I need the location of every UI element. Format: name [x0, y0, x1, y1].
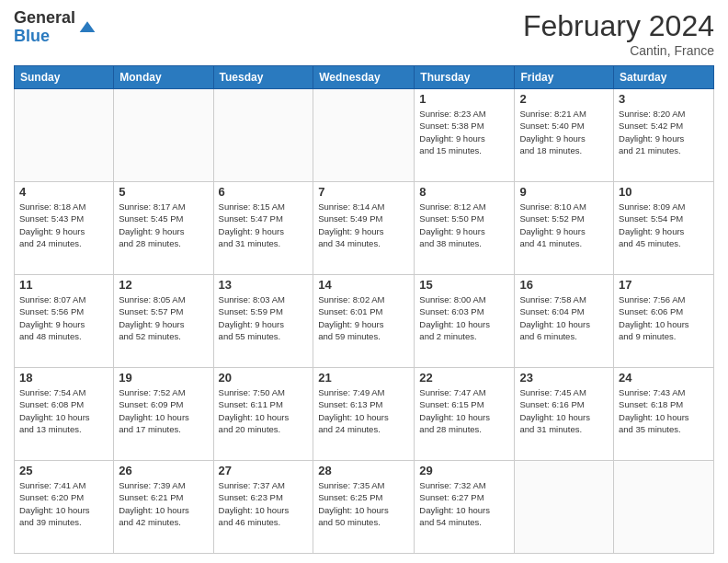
day-info: Sunrise: 7:54 AMSunset: 6:08 PMDaylight:… [19, 386, 108, 435]
day-info: Sunrise: 7:45 AMSunset: 6:16 PMDaylight:… [519, 386, 609, 435]
calendar-cell: 8Sunrise: 8:12 AMSunset: 5:50 PMDaylight… [415, 182, 515, 275]
svg-marker-0 [80, 21, 96, 32]
day-info: Sunrise: 8:09 AMSunset: 5:54 PMDaylight:… [619, 201, 709, 249]
day-number: 15 [419, 278, 509, 292]
day-number: 3 [619, 92, 709, 106]
subtitle: Cantin, France [523, 43, 714, 58]
day-info: Sunrise: 7:50 AMSunset: 6:11 PMDaylight:… [219, 386, 309, 435]
day-number: 28 [318, 464, 409, 477]
calendar-row-2: 11Sunrise: 8:07 AMSunset: 5:56 PMDayligh… [15, 275, 714, 368]
day-number: 27 [219, 464, 309, 477]
calendar-row-4: 25Sunrise: 7:41 AMSunset: 6:20 PMDayligh… [15, 461, 714, 554]
calendar-cell: 10Sunrise: 8:09 AMSunset: 5:54 PMDayligh… [614, 182, 714, 275]
calendar-cell: 11Sunrise: 8:07 AMSunset: 5:56 PMDayligh… [15, 275, 114, 368]
calendar-cell: 7Sunrise: 8:14 AMSunset: 5:49 PMDaylight… [313, 182, 415, 275]
day-number: 20 [219, 371, 309, 385]
calendar-cell: 5Sunrise: 8:17 AMSunset: 5:45 PMDaylight… [114, 182, 213, 275]
day-number: 4 [19, 185, 108, 199]
day-number: 24 [619, 371, 709, 385]
calendar-cell [15, 89, 114, 182]
calendar-cell: 2Sunrise: 8:21 AMSunset: 5:40 PMDaylight… [515, 89, 614, 182]
day-number: 14 [318, 278, 409, 292]
calendar-cell: 24Sunrise: 7:43 AMSunset: 6:18 PMDayligh… [614, 368, 714, 461]
day-info: Sunrise: 8:20 AMSunset: 5:42 PMDaylight:… [619, 108, 709, 156]
day-number: 18 [19, 371, 108, 385]
day-number: 7 [318, 185, 409, 199]
calendar-cell: 23Sunrise: 7:45 AMSunset: 6:16 PMDayligh… [515, 368, 614, 461]
day-info: Sunrise: 7:32 AMSunset: 6:27 PMDaylight:… [419, 479, 509, 528]
day-info: Sunrise: 7:39 AMSunset: 6:21 PMDaylight:… [119, 479, 208, 528]
calendar-cell: 1Sunrise: 8:23 AMSunset: 5:38 PMDaylight… [415, 89, 515, 182]
calendar-cell [515, 461, 614, 554]
day-number: 21 [318, 371, 409, 385]
day-info: Sunrise: 7:35 AMSunset: 6:25 PMDaylight:… [318, 479, 409, 528]
calendar-cell: 3Sunrise: 8:20 AMSunset: 5:42 PMDaylight… [614, 89, 714, 182]
calendar-cell: 17Sunrise: 7:56 AMSunset: 6:06 PMDayligh… [614, 275, 714, 368]
calendar-table: Sunday Monday Tuesday Wednesday Thursday… [14, 65, 714, 554]
calendar-row-0: 1Sunrise: 8:23 AMSunset: 5:38 PMDaylight… [15, 89, 714, 182]
day-number: 19 [119, 371, 208, 385]
day-info: Sunrise: 7:49 AMSunset: 6:13 PMDaylight:… [318, 386, 409, 435]
day-info: Sunrise: 8:12 AMSunset: 5:50 PMDaylight:… [419, 201, 509, 249]
day-number: 22 [419, 371, 509, 385]
calendar-cell: 29Sunrise: 7:32 AMSunset: 6:27 PMDayligh… [415, 461, 515, 554]
day-number: 2 [519, 92, 609, 106]
day-number: 10 [619, 185, 709, 199]
col-friday: Friday [515, 66, 614, 89]
calendar-row-3: 18Sunrise: 7:54 AMSunset: 6:08 PMDayligh… [15, 368, 714, 461]
calendar-cell: 19Sunrise: 7:52 AMSunset: 6:09 PMDayligh… [114, 368, 213, 461]
day-info: Sunrise: 8:18 AMSunset: 5:43 PMDaylight:… [19, 201, 108, 249]
day-info: Sunrise: 8:17 AMSunset: 5:45 PMDaylight:… [119, 201, 208, 249]
header-row: Sunday Monday Tuesday Wednesday Thursday… [15, 66, 714, 89]
main-title: February 2024 [523, 9, 714, 43]
day-number: 25 [19, 464, 108, 477]
day-info: Sunrise: 7:58 AMSunset: 6:04 PMDaylight:… [519, 293, 609, 342]
day-number: 23 [519, 371, 609, 385]
day-info: Sunrise: 7:37 AMSunset: 6:23 PMDaylight:… [219, 479, 309, 528]
day-info: Sunrise: 7:52 AMSunset: 6:09 PMDaylight:… [119, 386, 208, 435]
logo: General Blue [14, 9, 97, 46]
calendar-cell: 18Sunrise: 7:54 AMSunset: 6:08 PMDayligh… [15, 368, 114, 461]
day-number: 5 [119, 185, 208, 199]
logo-line1: General [14, 9, 75, 28]
day-info: Sunrise: 8:05 AMSunset: 5:57 PMDaylight:… [119, 293, 208, 342]
day-info: Sunrise: 7:47 AMSunset: 6:15 PMDaylight:… [419, 386, 509, 435]
day-info: Sunrise: 8:07 AMSunset: 5:56 PMDaylight:… [19, 293, 108, 342]
logo-text: General Blue [14, 9, 75, 46]
logo-line2: Blue [14, 28, 75, 46]
calendar-cell: 22Sunrise: 7:47 AMSunset: 6:15 PMDayligh… [415, 368, 515, 461]
day-number: 16 [519, 278, 609, 292]
col-wednesday: Wednesday [313, 66, 415, 89]
col-thursday: Thursday [415, 66, 515, 89]
day-number: 9 [519, 185, 609, 199]
header: General Blue February 2024 Cantin, Franc… [14, 9, 714, 58]
col-monday: Monday [114, 66, 213, 89]
col-saturday: Saturday [614, 66, 714, 89]
calendar-cell [213, 89, 313, 182]
day-number: 8 [419, 185, 509, 199]
day-number: 29 [419, 464, 509, 477]
day-number: 12 [119, 278, 208, 292]
day-info: Sunrise: 8:15 AMSunset: 5:47 PMDaylight:… [219, 201, 309, 249]
day-number: 1 [419, 92, 509, 106]
day-info: Sunrise: 8:03 AMSunset: 5:59 PMDaylight:… [219, 293, 309, 342]
title-section: February 2024 Cantin, France [523, 9, 714, 58]
day-info: Sunrise: 7:41 AMSunset: 6:20 PMDaylight:… [19, 479, 108, 528]
calendar-cell [114, 89, 213, 182]
calendar-cell: 28Sunrise: 7:35 AMSunset: 6:25 PMDayligh… [313, 461, 415, 554]
calendar-row-1: 4Sunrise: 8:18 AMSunset: 5:43 PMDaylight… [15, 182, 714, 275]
day-info: Sunrise: 8:23 AMSunset: 5:38 PMDaylight:… [419, 108, 509, 156]
calendar-cell: 27Sunrise: 7:37 AMSunset: 6:23 PMDayligh… [213, 461, 313, 554]
calendar-cell: 12Sunrise: 8:05 AMSunset: 5:57 PMDayligh… [114, 275, 213, 368]
calendar-cell: 16Sunrise: 7:58 AMSunset: 6:04 PMDayligh… [515, 275, 614, 368]
calendar-cell: 15Sunrise: 8:00 AMSunset: 6:03 PMDayligh… [415, 275, 515, 368]
day-number: 17 [619, 278, 709, 292]
calendar-cell: 25Sunrise: 7:41 AMSunset: 6:20 PMDayligh… [15, 461, 114, 554]
calendar-cell: 26Sunrise: 7:39 AMSunset: 6:21 PMDayligh… [114, 461, 213, 554]
day-number: 6 [219, 185, 309, 199]
col-tuesday: Tuesday [213, 66, 313, 89]
day-number: 11 [19, 278, 108, 292]
calendar-cell [614, 461, 714, 554]
calendar-cell: 20Sunrise: 7:50 AMSunset: 6:11 PMDayligh… [213, 368, 313, 461]
day-info: Sunrise: 7:56 AMSunset: 6:06 PMDaylight:… [619, 293, 709, 342]
